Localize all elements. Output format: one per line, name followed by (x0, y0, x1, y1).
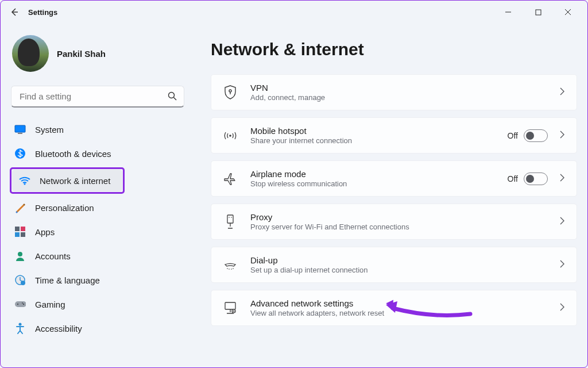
svg-rect-10 (21, 232, 25, 237)
sidebar-item-label: Time & language (35, 275, 100, 285)
chevron-right-icon (559, 260, 565, 270)
svg-point-25 (229, 269, 230, 270)
maximize-icon (535, 9, 541, 16)
app-title: Settings (28, 8, 57, 17)
svg-point-6 (16, 212, 18, 213)
user-name: Pankil Shah (57, 49, 106, 59)
profile-block[interactable]: Pankil Shah (7, 29, 188, 86)
svg-point-19 (229, 90, 231, 92)
card-proxy[interactable]: Proxy Proxy server for Wi-Fi and Etherne… (211, 204, 577, 240)
svg-point-16 (23, 304, 24, 305)
toggle-state-label: Off (508, 174, 518, 183)
sidebar-item-label: Accessibility (35, 324, 82, 334)
svg-point-26 (231, 269, 232, 270)
svg-point-23 (231, 217, 232, 218)
card-title: Advanced network settings (250, 298, 559, 308)
sidebar-item-label: Accounts (35, 251, 71, 261)
card-text: Proxy Proxy server for Wi-Fi and Etherne… (250, 212, 559, 231)
sidebar: Pankil Shah System Bluetooth & devices N… (1, 24, 195, 368)
advanced-icon (223, 301, 238, 316)
svg-rect-21 (227, 215, 233, 223)
sidebar-item-personalization[interactable]: Personalization (7, 196, 188, 219)
title-bar: Settings (1, 1, 587, 24)
svg-rect-28 (225, 302, 235, 309)
toggle-knob (526, 175, 534, 183)
card-text: Dial-up Set up a dial-up internet connec… (250, 255, 559, 274)
svg-rect-9 (15, 232, 20, 237)
sidebar-item-label: System (35, 125, 64, 135)
chevron-right-icon (559, 217, 565, 227)
minimize-button[interactable] (496, 3, 521, 21)
svg-point-13 (21, 281, 25, 285)
dialup-icon (223, 258, 238, 273)
airplane-toggle[interactable] (524, 172, 548, 185)
sidebar-item-accessibility[interactable]: Accessibility (7, 317, 188, 340)
card-text: VPN Add, connect, manage (250, 83, 559, 102)
sidebar-item-system[interactable]: System (7, 118, 188, 141)
chevron-right-icon (559, 131, 565, 141)
search-input[interactable] (11, 86, 184, 108)
sidebar-item-label: Apps (35, 227, 55, 237)
card-title: Proxy (250, 212, 559, 222)
card-title: Dial-up (250, 255, 559, 265)
card-title: Mobile hotspot (250, 126, 508, 136)
svg-point-24 (227, 268, 228, 269)
svg-rect-2 (15, 125, 25, 132)
annotation-highlight: Network & internet (10, 167, 125, 194)
hotspot-toggle[interactable] (524, 129, 548, 142)
card-airplane[interactable]: Airplane mode Stop wireless communicatio… (211, 160, 577, 197)
sidebar-item-gaming[interactable]: Gaming (7, 293, 188, 316)
vpn-icon (223, 85, 238, 100)
svg-rect-7 (15, 227, 20, 231)
accessibility-icon (14, 323, 26, 334)
sidebar-item-label: Personalization (35, 203, 94, 213)
svg-point-20 (229, 135, 231, 137)
time-icon (14, 274, 26, 286)
back-button[interactable] (7, 5, 21, 19)
apps-icon (14, 226, 26, 237)
sidebar-item-accounts[interactable]: Accounts (7, 244, 188, 267)
card-text: Advanced network settings View all netwo… (250, 298, 559, 317)
chevron-right-icon (559, 303, 565, 313)
sidebar-item-apps[interactable]: Apps (7, 220, 188, 243)
close-button[interactable] (555, 3, 581, 21)
card-dialup[interactable]: Dial-up Set up a dial-up internet connec… (211, 247, 577, 283)
svg-rect-8 (21, 227, 25, 231)
search-icon (167, 91, 177, 103)
svg-point-1 (169, 93, 175, 98)
card-text: Airplane mode Stop wireless communicatio… (250, 169, 508, 188)
card-subtitle: Set up a dial-up internet connection (250, 266, 559, 274)
svg-rect-3 (18, 133, 22, 134)
card-subtitle: Proxy server for Wi-Fi and Ethernet conn… (250, 223, 559, 231)
card-subtitle: Stop wireless communication (250, 179, 508, 188)
toggle-state-label: Off (508, 131, 518, 140)
chevron-right-icon (559, 174, 565, 184)
sidebar-item-network[interactable]: Network & internet (12, 170, 122, 191)
card-vpn[interactable]: VPN Add, connect, manage (211, 74, 577, 110)
sidebar-item-time[interactable]: Time & language (7, 269, 188, 292)
bluetooth-icon (14, 148, 26, 159)
arrow-left-icon (10, 7, 19, 17)
sidebar-item-bluetooth[interactable]: Bluetooth & devices (7, 142, 188, 165)
svg-point-27 (233, 268, 234, 269)
window-controls (496, 3, 581, 21)
card-hotspot[interactable]: Mobile hotspot Share your internet conne… (211, 117, 577, 154)
svg-point-18 (19, 323, 22, 326)
svg-point-17 (22, 302, 23, 304)
system-icon (14, 124, 26, 135)
card-advanced[interactable]: Advanced network settings View all netwo… (211, 290, 577, 326)
svg-point-5 (24, 183, 26, 185)
hotspot-icon (223, 128, 238, 143)
maximize-button[interactable] (525, 3, 551, 21)
proxy-icon (223, 214, 238, 229)
card-subtitle: Add, connect, manage (250, 93, 559, 102)
gaming-icon (14, 298, 26, 310)
sidebar-item-label: Network & internet (40, 176, 110, 186)
page-title: Network & internet (211, 40, 577, 59)
card-subtitle: Share your internet connection (250, 136, 508, 145)
close-icon (564, 9, 571, 16)
card-title: VPN (250, 83, 559, 93)
card-text: Mobile hotspot Share your internet conne… (250, 126, 508, 145)
card-subtitle: View all network adapters, network reset (250, 309, 559, 317)
svg-rect-0 (536, 10, 541, 15)
